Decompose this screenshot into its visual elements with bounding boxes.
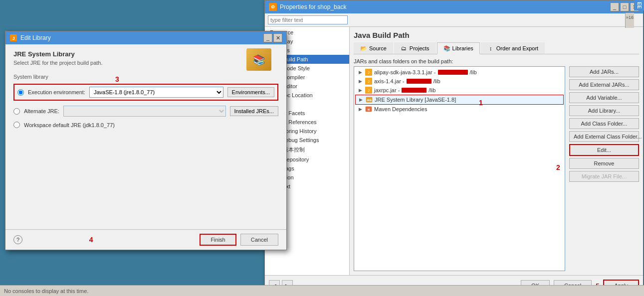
jre-name: JRE System Library [JavaSE-1.8] bbox=[375, 97, 456, 103]
edit-dialog-controls: _ ✕ bbox=[263, 33, 282, 42]
jar-suffix: /lib bbox=[429, 87, 435, 93]
jar-item-jaxrpc[interactable]: ▶ J jaxrpc.jar - /lib bbox=[355, 86, 564, 95]
no-consoles-bar: No consoles to display at this time. bbox=[0, 285, 644, 296]
book-decoration: 📚 bbox=[246, 48, 271, 71]
order-tab-icon: ↕ bbox=[487, 45, 494, 52]
content-panel: Java Build Path 📂 Source 🗂 Projects 📚 Li… bbox=[350, 27, 643, 275]
source-tab-icon: 📂 bbox=[360, 45, 367, 52]
step4-label: 4 bbox=[89, 236, 93, 244]
edit-title-left: J Edit Library bbox=[9, 34, 51, 42]
edit-subtext: Select JRE for the project build path. bbox=[13, 60, 278, 66]
collapsed-num: »16 bbox=[626, 15, 634, 20]
add-jars-btn[interactable]: Add JARs... bbox=[569, 66, 639, 77]
minimize-btn[interactable]: _ bbox=[610, 2, 619, 11]
tab-source[interactable]: 📂 Source bbox=[354, 42, 393, 54]
edit-dialog-icon: J bbox=[9, 34, 17, 42]
tab-source-label: Source bbox=[369, 45, 387, 51]
jar-list[interactable]: ▶ J alipay-sdk-java-3.3.1.jar - /lib ▶ J… bbox=[354, 66, 565, 271]
step1-indicator: 1 bbox=[479, 99, 483, 107]
redacted-text bbox=[438, 70, 468, 75]
jar-name: axis-1.4.jar - bbox=[374, 78, 405, 84]
redacted-text bbox=[402, 88, 427, 93]
filter-row bbox=[265, 13, 643, 27]
redacted-text bbox=[407, 79, 431, 84]
maven-name: Maven Dependencies bbox=[374, 106, 427, 112]
edit-body: JRE System Library Select JRE for the pr… bbox=[5, 44, 286, 229]
tab-libraries[interactable]: 📚 Libraries bbox=[437, 42, 480, 54]
ee-label: EE bbox=[637, 2, 642, 8]
jar-icon: J bbox=[365, 87, 372, 94]
properties-title: Properties for shop_back bbox=[280, 3, 346, 10]
add-class-folder-btn[interactable]: Add Class Folder... bbox=[569, 118, 639, 129]
content-title: Java Build Path bbox=[354, 31, 639, 39]
jar-buttons: Add JARs... Add External JARs... Add Var… bbox=[569, 66, 639, 271]
tabs-row: 📂 Source 🗂 Projects 📚 Libraries ↕ Order … bbox=[354, 42, 639, 54]
tab-order-label: Order and Export bbox=[496, 45, 538, 51]
projects-tab-icon: 🗂 bbox=[401, 45, 408, 52]
jar-item-maven[interactable]: ▶ M Maven Dependencies bbox=[355, 105, 564, 114]
tab-projects-label: Projects bbox=[410, 45, 429, 51]
add-external-jars-btn[interactable]: Add External JARs... bbox=[569, 79, 639, 90]
edit-cancel-btn[interactable]: Cancel bbox=[240, 234, 278, 246]
help-btn[interactable]: ? bbox=[13, 235, 22, 244]
ee-panel[interactable]: EE bbox=[634, 0, 644, 10]
remove-btn[interactable]: Remove bbox=[569, 158, 639, 169]
title-left: ⚙ Properties for shop_back bbox=[269, 3, 346, 11]
add-library-btn[interactable]: Add Library... bbox=[569, 105, 639, 116]
edit-footer-right: Finish Cancel bbox=[200, 234, 278, 246]
radio-alternate[interactable] bbox=[13, 108, 20, 115]
radio-row-alternate: Alternate JRE: Installed JREs... bbox=[13, 106, 278, 117]
radio-row-workspace: Workspace default JRE (jdk1.8.0_77) bbox=[13, 122, 278, 128]
expand-arrow: ▶ bbox=[357, 87, 363, 93]
properties-dialog: ⚙ Properties for shop_back _ □ ✕ Resourc… bbox=[264, 0, 644, 296]
radio-execution[interactable] bbox=[17, 89, 24, 96]
jar-icon: J bbox=[365, 69, 372, 76]
expand-arrow: ▶ bbox=[357, 78, 363, 84]
alternate-jre-select[interactable] bbox=[63, 106, 226, 117]
environments-btn[interactable]: Environments... bbox=[227, 87, 274, 97]
migrate-jar-btn[interactable]: Migrate JAR File... bbox=[569, 171, 639, 182]
jar-item-alipay[interactable]: ▶ J alipay-sdk-java-3.3.1.jar - /lib bbox=[355, 68, 564, 77]
edit-heading: JRE System Library bbox=[13, 50, 278, 58]
edit-footer: ? 4 Finish Cancel bbox=[5, 229, 286, 250]
edit-btn[interactable]: Edit... bbox=[569, 144, 639, 156]
jar-item-jre[interactable]: ▶ JRE JRE System Library [JavaSE-1.8] bbox=[355, 95, 564, 105]
svg-text:JRE: JRE bbox=[366, 99, 372, 102]
filter-input[interactable] bbox=[268, 15, 348, 24]
tab-projects[interactable]: 🗂 Projects bbox=[394, 42, 436, 54]
radio-workspace[interactable] bbox=[13, 122, 20, 128]
maximize-btn[interactable]: □ bbox=[620, 2, 629, 11]
radio-alt-label: Alternate JRE: bbox=[24, 108, 59, 114]
svg-text:J: J bbox=[12, 36, 14, 41]
radio-exec-label: Execution environment: bbox=[28, 89, 85, 95]
edit-title: Edit Library bbox=[20, 34, 51, 41]
jar-item-axis[interactable]: ▶ J axis-1.4.jar - /lib bbox=[355, 77, 564, 86]
jar-icon: J bbox=[365, 78, 372, 85]
step2-indicator: 2 bbox=[556, 163, 560, 171]
add-variable-btn[interactable]: Add Variable... bbox=[569, 92, 639, 103]
installed-jres-btn[interactable]: Installed JREs... bbox=[230, 106, 278, 116]
tab-order-export[interactable]: ↕ Order and Export bbox=[481, 42, 545, 54]
step3-label: 3 bbox=[115, 75, 119, 83]
add-external-class-folder-btn[interactable]: Add External Class Folder... bbox=[569, 131, 639, 142]
libraries-tab-icon: 📚 bbox=[443, 45, 450, 52]
properties-icon: ⚙ bbox=[269, 3, 277, 11]
radio-group: Execution environment: JavaSE-1.8 (jre1.… bbox=[13, 84, 278, 128]
jar-name: jaxrpc.jar - bbox=[374, 87, 400, 93]
exec-env-select[interactable]: JavaSE-1.8 (jre1.8.0_77) bbox=[89, 87, 223, 98]
edit-close-btn[interactable]: ✕ bbox=[273, 33, 282, 42]
expand-arrow: ▶ bbox=[358, 97, 364, 103]
system-library-label: System library bbox=[13, 74, 278, 80]
edit-library-dialog: J Edit Library _ ✕ JRE System Library Se… bbox=[5, 31, 287, 250]
no-consoles-text: No consoles to display at this time. bbox=[4, 288, 88, 294]
finish-btn[interactable]: Finish bbox=[200, 234, 236, 246]
edit-footer-left: ? bbox=[13, 235, 22, 244]
edit-minimize-btn[interactable]: _ bbox=[263, 33, 272, 42]
expand-arrow: ▶ bbox=[357, 69, 363, 75]
jar-suffix: /lib bbox=[470, 69, 477, 75]
svg-text:M: M bbox=[368, 108, 370, 111]
maven-icon: M bbox=[365, 106, 372, 113]
properties-titlebar: ⚙ Properties for shop_back _ □ ✕ bbox=[265, 0, 643, 13]
radio-workspace-label: Workspace default JRE (jdk1.8.0_77) bbox=[24, 122, 115, 128]
jar-list-container: ▶ J alipay-sdk-java-3.3.1.jar - /lib ▶ J… bbox=[354, 66, 639, 271]
